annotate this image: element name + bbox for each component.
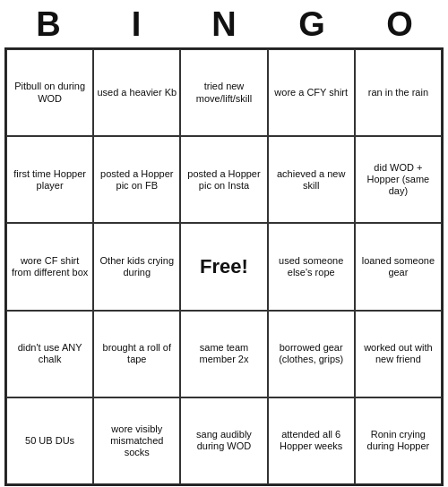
bingo-cell-7[interactable]: posted a Hopper pic on Insta (180, 136, 267, 223)
bingo-header: BINGO (4, 0, 444, 47)
bingo-cell-23[interactable]: attended all 6 Hopper weeks (268, 397, 355, 484)
bingo-cell-12[interactable]: Free! (180, 223, 267, 310)
bingo-cell-18[interactable]: borrowed gear (clothes, grips) (268, 311, 355, 397)
bingo-cell-14[interactable]: loaned someone gear (355, 223, 442, 310)
bingo-cell-17[interactable]: same team member 2x (180, 311, 267, 397)
bingo-letter-o: O (359, 5, 440, 44)
bingo-cell-22[interactable]: sang audibly during WOD (180, 397, 267, 484)
bingo-letter-b: B (8, 5, 89, 44)
bingo-cell-21[interactable]: wore visibly mismatched socks (93, 397, 180, 484)
bingo-letter-n: N (184, 5, 264, 44)
bingo-cell-24[interactable]: Ronin crying during Hopper (355, 397, 442, 484)
bingo-cell-1[interactable]: used a heavier Kb (93, 49, 180, 136)
bingo-cell-13[interactable]: used someone else's rope (268, 223, 355, 310)
bingo-cell-10[interactable]: wore CF shirt from different box (6, 223, 93, 310)
bingo-grid: Pitbull on during WODused a heavier Kbtr… (4, 47, 444, 486)
bingo-cell-2[interactable]: tried new move/lift/skill (180, 49, 267, 136)
bingo-cell-9[interactable]: did WOD + Hopper (same day) (355, 136, 442, 223)
bingo-cell-19[interactable]: worked out with new friend (355, 311, 442, 397)
bingo-cell-8[interactable]: achieved a new skill (268, 136, 355, 223)
bingo-cell-6[interactable]: posted a Hopper pic on FB (93, 136, 180, 223)
bingo-letter-g: G (271, 5, 352, 44)
bingo-cell-3[interactable]: wore a CFY shirt (268, 49, 355, 136)
bingo-cell-0[interactable]: Pitbull on during WOD (6, 49, 93, 136)
bingo-cell-5[interactable]: first time Hopper player (6, 136, 93, 223)
bingo-cell-15[interactable]: didn't use ANY chalk (6, 311, 93, 397)
bingo-cell-20[interactable]: 50 UB DUs (6, 397, 93, 484)
bingo-letter-i: I (96, 5, 177, 44)
bingo-cell-16[interactable]: brought a roll of tape (93, 311, 180, 397)
bingo-cell-11[interactable]: Other kids crying during (93, 223, 180, 310)
bingo-cell-4[interactable]: ran in the rain (355, 49, 442, 136)
